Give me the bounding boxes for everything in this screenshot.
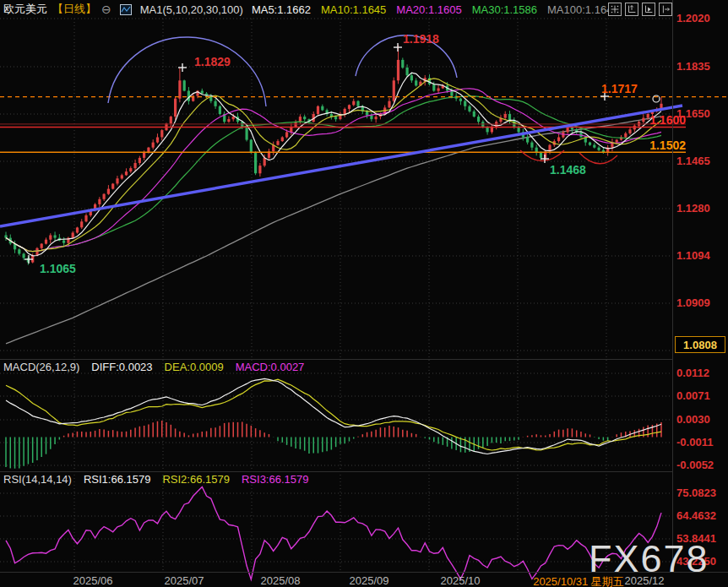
panel-divider bbox=[0, 471, 672, 472]
yaxis-divider bbox=[672, 0, 673, 572]
diff-value: DIFF:0.0023 bbox=[91, 361, 152, 373]
ma-settings: MA1(5,10,20,30,100) bbox=[140, 3, 243, 16]
macd-axis-label: 0.0112 bbox=[676, 367, 709, 379]
ma-values: MA5:1.1662MA10:1.1645MA20:1.1605MA30:1.1… bbox=[252, 3, 619, 16]
watermark: FX678 bbox=[589, 537, 709, 581]
rsi-panel-header: RSI(14,14,14) RSI1:66.1579 RSI2:66.1579 … bbox=[3, 473, 308, 486]
price-annotation: 1.1065 bbox=[40, 262, 76, 275]
collapse-icon[interactable]: ⊖ bbox=[101, 3, 111, 16]
price-annotation: 1.1600 bbox=[649, 113, 686, 127]
price-annotation: 1.1502 bbox=[649, 139, 686, 152]
date-axis-label: 2025/09 bbox=[350, 574, 389, 587]
crosshair-move-icon[interactable] bbox=[608, 3, 622, 16]
price-axis-label: 1.0909 bbox=[676, 296, 710, 309]
macd-axis-label: 0.0030 bbox=[676, 413, 710, 426]
macd-title: MACD(26,12,9) bbox=[3, 361, 79, 373]
rsi-axis-label: 64.4632 bbox=[676, 509, 716, 522]
date-axis-label: 2025/08 bbox=[261, 574, 301, 587]
rsi1-value: RSI1:66.1579 bbox=[84, 473, 151, 486]
rsi-axis-label: 75.0823 bbox=[676, 486, 716, 499]
macd-value: MACD:0.0027 bbox=[236, 361, 305, 373]
date-axis-label: 2025/10 bbox=[441, 574, 481, 587]
price-annotation: 1.1717 bbox=[601, 82, 638, 95]
panel-divider bbox=[0, 359, 672, 360]
macd-panel-header: MACD(26,12,9) DIFF:0.0023 DEA:0.0009 MAC… bbox=[3, 361, 304, 373]
date-axis-label: 2025/06 bbox=[73, 574, 113, 587]
price-annotation: 1.1918 bbox=[403, 32, 439, 46]
ma-value: MA10:1.1645 bbox=[321, 3, 386, 16]
macd-axis-label: -0.0052 bbox=[676, 459, 714, 471]
ma-value: MA30:1.1586 bbox=[472, 3, 537, 16]
macd-axis-label: 0.0071 bbox=[676, 389, 710, 402]
price-annotation: 1.1829 bbox=[194, 55, 231, 68]
price-axis-label: 1.1280 bbox=[676, 202, 710, 215]
price-axis-label: 1.1835 bbox=[676, 60, 710, 73]
price-annotation: 1.1468 bbox=[550, 163, 586, 177]
price-marker-box: 1.0808 bbox=[675, 336, 725, 353]
trading-chart-app: 欧元美元 【日线】 ⊖ MA1(5,10,20,30,100) MA5:1.16… bbox=[0, 0, 728, 587]
rsi2-value: RSI2:66.1579 bbox=[162, 473, 230, 486]
date-axis-label: 2025/07 bbox=[165, 574, 204, 587]
chart-header: 欧元美元 【日线】 ⊖ MA1(5,10,20,30,100) MA5:1.16… bbox=[3, 2, 619, 17]
price-axis-label: 1.1094 bbox=[676, 249, 710, 262]
rsi3-value: RSI3:66.1579 bbox=[242, 473, 309, 486]
axis-scale-icon[interactable] bbox=[625, 3, 638, 16]
macd-axis-label: -0.0011 bbox=[676, 436, 713, 448]
exit-right-icon[interactable] bbox=[659, 3, 672, 16]
chart-type-icon[interactable] bbox=[120, 4, 132, 15]
chart-toolbar bbox=[608, 3, 672, 16]
ma-value: MA5:1.1662 bbox=[252, 3, 311, 16]
price-axis-label: 1.1465 bbox=[676, 155, 710, 167]
ma-value: MA20:1.1605 bbox=[396, 3, 461, 16]
symbol-name: 欧元美元 bbox=[3, 2, 47, 17]
period-label[interactable]: 【日线】 bbox=[52, 2, 96, 17]
price-axis-label: 1.2020 bbox=[676, 12, 710, 24]
rsi-title: RSI(14,14,14) bbox=[3, 473, 72, 486]
dea-value: DEA:0.0009 bbox=[165, 361, 224, 373]
indicator-play-icon[interactable] bbox=[642, 3, 655, 16]
